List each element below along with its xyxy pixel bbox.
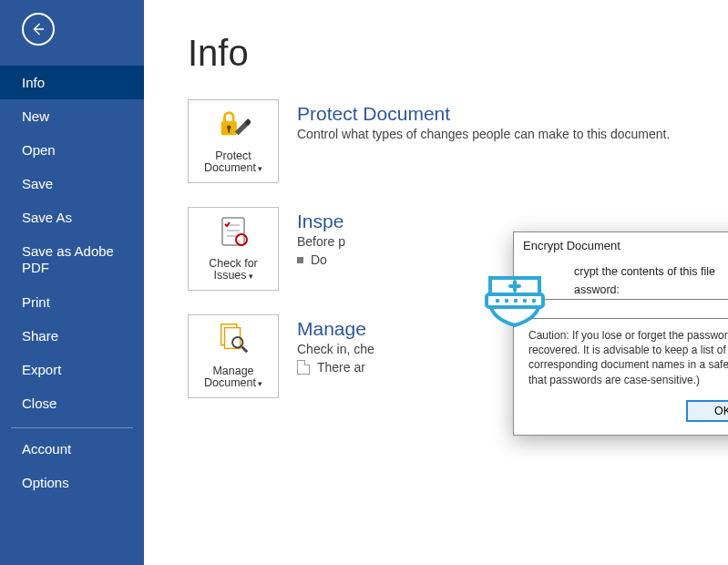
tile-manage-label: Manage Document▾	[204, 365, 262, 391]
sidebar-item-save-as[interactable]: Save As	[0, 200, 144, 234]
sub-bullet-inspect: Do	[297, 252, 345, 267]
svg-point-14	[532, 299, 536, 303]
documents-magnifier-icon	[216, 321, 251, 355]
dialog-text-1: crypt the contents of this file	[574, 265, 728, 278]
tile-manage-document[interactable]: Manage Document▾	[188, 314, 279, 398]
sidebar-item-share[interactable]: Share	[0, 319, 144, 353]
sidebar-item-export[interactable]: Export	[0, 353, 144, 386]
svg-point-12	[514, 299, 518, 303]
sub-bullet-manage: There ar	[297, 360, 374, 375]
sub-manage: Check in, che	[297, 342, 374, 356]
heading-inspect: Inspe	[297, 211, 345, 232]
sidebar-item-save[interactable]: Save	[0, 167, 144, 200]
dialog-body: crypt the contents of this file assword:…	[514, 258, 728, 435]
heading-protect: Protect Document	[297, 103, 670, 125]
lock-key-icon	[216, 106, 251, 140]
sidebar-item-close[interactable]: Close	[0, 386, 144, 420]
sidebar-item-print[interactable]: Print	[0, 285, 144, 319]
section-protect: Protect Document▾ Protect Document Contr…	[188, 99, 710, 183]
tile-protect-document[interactable]: Protect Document▾	[188, 99, 279, 183]
caret-down-icon: ▾	[247, 272, 253, 281]
dialog-password-label: assword:	[574, 283, 728, 296]
checklist-icon	[218, 214, 249, 247]
sidebar-item-options[interactable]: Options	[0, 466, 144, 499]
sidebar-item-new[interactable]: New	[0, 99, 144, 133]
sidebar-item-open[interactable]: Open	[0, 133, 144, 167]
encrypt-shield-icon	[485, 274, 545, 327]
bullet-icon	[297, 257, 303, 263]
sidebar-item-save-as-adobe-pdf[interactable]: Save as Adobe PDF	[0, 234, 144, 285]
dialog-titlebar: Encrypt Document ? ✕	[514, 232, 728, 258]
sidebar-separator	[11, 427, 133, 428]
heading-manage: Manage	[297, 318, 374, 340]
sub-inspect: Before p	[297, 234, 345, 249]
back-arrow-icon	[30, 21, 46, 37]
sidebar: Info New Open Save Save As Save as Adobe…	[0, 0, 144, 565]
dialog-encrypt-document: Encrypt Document ? ✕ crypt the contents …	[513, 231, 728, 436]
svg-point-11	[505, 299, 508, 303]
svg-point-13	[523, 299, 527, 303]
back-button[interactable]	[22, 13, 55, 46]
svg-rect-4	[222, 218, 244, 245]
dialog-ok-button[interactable]: OK	[686, 400, 728, 422]
page-title: Info	[188, 33, 710, 74]
caret-down-icon: ▾	[256, 164, 262, 173]
svg-point-10	[496, 299, 499, 303]
tile-check-for-issues[interactable]: Check for Issues▾	[188, 207, 279, 291]
main-panel: Info Protect Document▾ Protect Document …	[144, 0, 728, 565]
svg-rect-2	[228, 128, 230, 133]
dialog-title: Encrypt Document	[523, 239, 728, 252]
dialog-caution-text: Caution: If you lose or forget the passw…	[528, 328, 728, 387]
sidebar-item-account[interactable]: Account	[0, 432, 144, 466]
desc-protect: Control what types of changes people can…	[297, 127, 670, 141]
dialog-password-input[interactable]	[528, 299, 728, 319]
doc-icon	[297, 360, 310, 375]
tile-protect-label: Protect Document▾	[204, 150, 262, 176]
caret-down-icon: ▾	[256, 379, 262, 388]
sidebar-item-info[interactable]: Info	[0, 66, 144, 99]
tile-inspect-label: Check for Issues▾	[209, 258, 258, 283]
